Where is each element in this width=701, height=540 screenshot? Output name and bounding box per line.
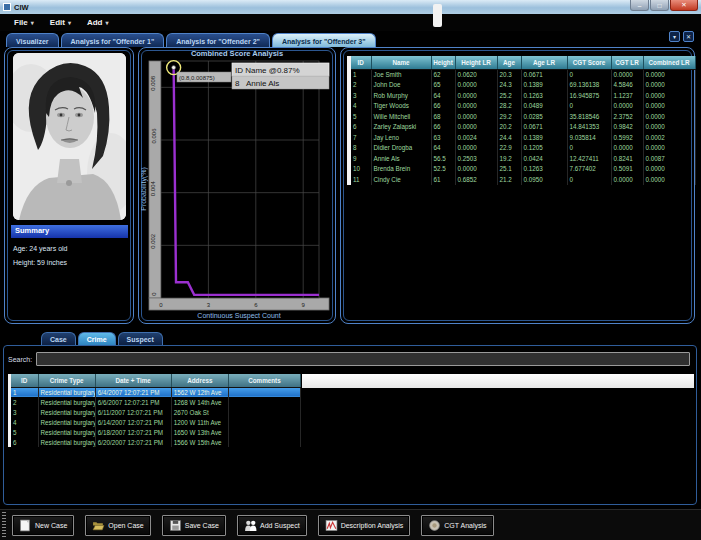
add-suspect-button[interactable]: Add Suspect	[237, 515, 307, 536]
app-icon	[3, 3, 11, 11]
table-row[interactable]: 7Jay Leno630.002424.40.13899.0358140.599…	[351, 132, 695, 143]
bottom-tab-case[interactable]: Case	[41, 332, 76, 345]
svg-text:ID Name @0.87%: ID Name @0.87%	[235, 66, 300, 75]
cell: 6	[11, 437, 38, 447]
table-row[interactable]: 2John Doe650.000024.30.138969.1361384.58…	[351, 80, 695, 91]
cell: 0.0000	[611, 101, 643, 112]
menu-file[interactable]: File▾	[8, 16, 40, 29]
svg-text:0.002: 0.002	[151, 233, 157, 249]
cell: 66	[431, 122, 455, 133]
cell: Zarley Zalapski	[371, 122, 431, 133]
new-case-button[interactable]: New Case	[12, 515, 74, 536]
cell	[228, 427, 300, 437]
description-analysis-button[interactable]: Description Analysis	[318, 515, 411, 536]
open-case-button[interactable]: Open Case	[85, 515, 150, 536]
table-row[interactable]: 2Residential burglary6/6/2007 12:07:21 P…	[11, 397, 301, 407]
add-suspect-icon	[244, 519, 257, 532]
cell: 0.0000	[643, 80, 695, 91]
cell: 0.0000	[643, 90, 695, 101]
table-row[interactable]: 4Tiger Woods660.000028.20.048900.00000.0…	[351, 101, 695, 112]
cell: 5	[351, 111, 371, 122]
column-header-id[interactable]: ID	[351, 56, 371, 69]
column-header-id[interactable]: ID	[11, 374, 38, 387]
table-row[interactable]: 5Residential burglary6/18/2007 12:07:21 …	[11, 427, 301, 437]
column-header-cgt-lr[interactable]: CGT LR	[611, 56, 643, 69]
cell: 6/18/2007 12:07:21 PM	[95, 427, 171, 437]
table-row[interactable]: 3Residential burglary6/11/2007 12:07:21 …	[11, 407, 301, 417]
pin-icon[interactable]: ▾	[669, 31, 680, 42]
table-row[interactable]: 3Rob Murphy640.000025.20.126316.9458751.…	[351, 90, 695, 101]
close-icon[interactable]: ✕	[683, 31, 694, 42]
table-row[interactable]: 1Residential burglary6/4/2007 12:07:21 P…	[11, 387, 301, 397]
table-row[interactable]: 11Cindy Cie610.685221.20.095000.00000.00…	[351, 174, 695, 185]
cell: 0.6852	[455, 174, 497, 185]
cell: Didier Drogba	[371, 143, 431, 154]
cell: 4	[11, 417, 38, 427]
table-row[interactable]: 10Brenda Brein52.50.000025.10.12637.6774…	[351, 164, 695, 175]
minimize-button[interactable]: –	[630, 0, 649, 11]
button-label: Save Case	[185, 522, 219, 529]
table-row[interactable]: 1Joe Smith620.062020.30.067100.00000.000…	[351, 69, 695, 80]
bottom-tab-suspect[interactable]: Suspect	[118, 332, 163, 345]
table-row[interactable]: 4Residential burglary6/14/2007 12:07:21 …	[11, 417, 301, 427]
cell: Wille Mitchell	[371, 111, 431, 122]
cell: 69.136138	[567, 80, 611, 91]
column-header-comments[interactable]: Comments	[228, 374, 300, 387]
tab-visualizer[interactable]: Visualizer	[6, 33, 59, 47]
cell	[228, 407, 300, 417]
cell: 5	[11, 427, 38, 437]
suspect-score-table: IDNameHeightHeight LRAgeAge LRCGT ScoreC…	[351, 56, 696, 185]
menu-add[interactable]: Add▾	[81, 16, 115, 29]
toolbar-slider-thumb[interactable]	[433, 4, 442, 27]
column-header-cgt-score[interactable]: CGT Score	[567, 56, 611, 69]
cell: 0.0671	[521, 122, 567, 133]
cell: 29.2	[497, 111, 521, 122]
cell: 4.5846	[611, 80, 643, 91]
svg-text:0.004: 0.004	[151, 180, 157, 196]
tab-analysis-for-offender-3[interactable]: Analysis for "Offender 3"	[272, 33, 376, 47]
data-point-marker[interactable]	[172, 66, 176, 70]
bottom-tab-strip: CaseCrimeSuspect	[41, 332, 163, 345]
tab-strip: VisualizerAnalysis for "Offender 1"Analy…	[6, 31, 376, 47]
table-row[interactable]: 9Annie Als56.50.250319.20.042412.4274110…	[351, 153, 695, 164]
cell: Residential burglary	[38, 407, 95, 417]
column-header-name[interactable]: Name	[371, 56, 431, 69]
maximize-button[interactable]: □	[650, 0, 669, 11]
column-header-address[interactable]: Address	[171, 374, 228, 387]
cell: 22.9	[497, 143, 521, 154]
column-header-height-lr[interactable]: Height LR	[455, 56, 497, 69]
column-header-date-time[interactable]: Date + Time	[95, 374, 171, 387]
button-label: CGT Analysis	[444, 522, 486, 529]
toolbar-grip[interactable]	[2, 512, 6, 538]
button-label: Description Analysis	[341, 522, 404, 529]
button-label: Add Suspect	[260, 522, 300, 529]
cell: 12.427411	[567, 153, 611, 164]
tab-analysis-for-offender-1[interactable]: Analysis for "Offender 1"	[61, 33, 165, 47]
bottom-tab-crime[interactable]: Crime	[78, 332, 116, 345]
table-row[interactable]: 6Zarley Zalapski660.000020.20.067114.841…	[351, 122, 695, 133]
table-row[interactable]: 6Residential burglary6/20/2007 12:07:21 …	[11, 437, 301, 447]
cell	[228, 417, 300, 427]
column-header-height[interactable]: Height	[431, 56, 455, 69]
table-row[interactable]: 8Didier Drogba640.000022.90.120500.00000…	[351, 143, 695, 154]
column-header-age-lr[interactable]: Age LR	[521, 56, 567, 69]
combined-score-chart[interactable]: 036900.0020.0040.0060.008(0.8,0.00875)ID…	[141, 59, 334, 321]
search-label: Search:	[8, 356, 32, 363]
column-header-crime-type[interactable]: Crime Type	[38, 374, 95, 387]
cgt-analysis-button[interactable]: CGT Analysis	[421, 515, 493, 536]
search-input[interactable]	[36, 352, 690, 366]
menu-bar: File▾Edit▾Add▾	[0, 14, 701, 31]
cell: John Doe	[371, 80, 431, 91]
cell: 0	[567, 69, 611, 80]
cell: 25.1	[497, 164, 521, 175]
save-case-button[interactable]: Save Case	[162, 515, 226, 536]
column-header-age[interactable]: Age	[497, 56, 521, 69]
tab-analysis-for-offender-2[interactable]: Analysis for "Offender 2"	[166, 33, 270, 47]
cell: 6/14/2007 12:07:21 PM	[95, 417, 171, 427]
close-button[interactable]: ✕	[670, 0, 698, 11]
cell: 1566 W 15th Ave	[171, 437, 228, 447]
table-row[interactable]: 5Wille Mitchell680.000029.20.028535.8185…	[351, 111, 695, 122]
column-header-combined-lr[interactable]: Combined LR	[643, 56, 695, 69]
menu-edit[interactable]: Edit▾	[44, 16, 77, 29]
cell: 0.0000	[643, 101, 695, 112]
